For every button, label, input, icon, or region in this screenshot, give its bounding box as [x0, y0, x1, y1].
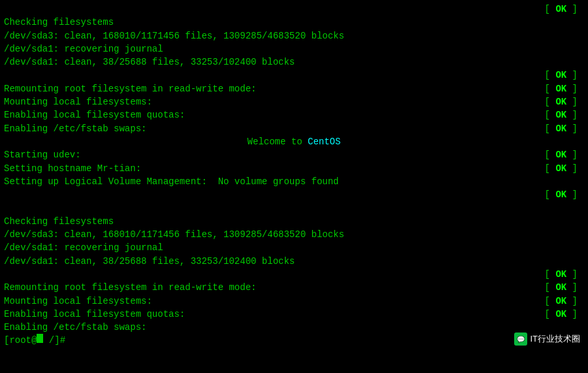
- terminal-line: Remounting root filesystem in read-write…: [4, 82, 584, 95]
- terminal-line: Welcome to CentOS: [4, 135, 584, 148]
- watermark: 💬 IT行业技术圈: [514, 332, 580, 346]
- terminal-line: /dev/sda3: clean, 168010/1171456 files, …: [4, 228, 584, 241]
- terminal-line: /dev/sda1: recovering journal: [4, 241, 584, 254]
- terminal-line: Checking filesystems: [4, 215, 584, 228]
- terminal-line: [ OK ]: [4, 3, 584, 16]
- terminal-line: Remounting root filesystem in read-write…: [4, 281, 584, 294]
- cursor: [37, 334, 43, 343]
- terminal: [ OK ] Checking filesystems /dev/sda3: c…: [0, 0, 588, 373]
- terminal-line: Enabling local filesystem quotas: [ OK ]: [4, 108, 584, 122]
- terminal-line: Starting udev: [ OK ]: [4, 148, 584, 161]
- terminal-line: [4, 201, 584, 214]
- terminal-line: Checking filesystems: [4, 16, 584, 29]
- terminal-line: Setting hostname Mr-tian: [ OK ]: [4, 162, 584, 175]
- terminal-line: /dev/sda3: clean, 168010/1171456 files, …: [4, 29, 584, 42]
- terminal-line: [ OK ]: [4, 69, 584, 82]
- terminal-line: Mounting local filesystems: [ OK ]: [4, 95, 584, 108]
- terminal-line: Setting up Logical Volume Management: No…: [4, 175, 584, 188]
- terminal-prompt: [root@ /]#: [4, 334, 584, 347]
- terminal-line: [ OK ]: [4, 268, 584, 281]
- wechat-icon: 💬: [514, 332, 527, 346]
- terminal-line: Enabling /etc/fstab swaps: [ OK ]: [4, 122, 584, 135]
- terminal-line: Mounting local filesystems: [ OK ]: [4, 295, 584, 308]
- terminal-line: Enabling /etc/fstab swaps:: [4, 321, 584, 334]
- terminal-line: /dev/sda1: clean, 38/25688 files, 33253/…: [4, 56, 584, 69]
- terminal-line: Enabling local filesystem quotas: [ OK ]: [4, 308, 584, 321]
- terminal-line: /dev/sda1: clean, 38/25688 files, 33253/…: [4, 255, 584, 268]
- terminal-line: [ OK ]: [4, 188, 584, 201]
- terminal-line: /dev/sda1: recovering journal: [4, 42, 584, 56]
- watermark-text: IT行业技术圈: [530, 333, 580, 345]
